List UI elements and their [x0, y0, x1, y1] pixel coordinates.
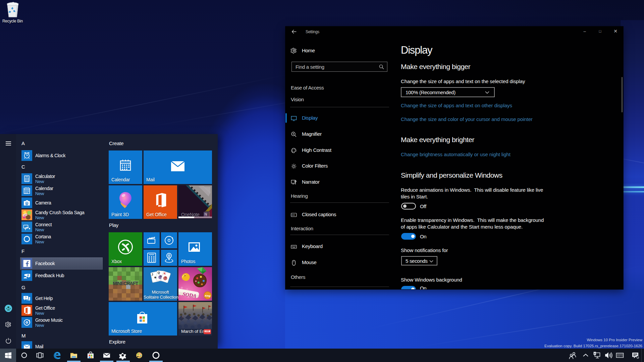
svg-text:?: ?	[25, 296, 26, 299]
svg-text:CC: CC	[292, 214, 295, 216]
svg-text:N: N	[204, 212, 207, 216]
svg-text:King: King	[205, 294, 211, 297]
svg-text:CARD: CARD	[205, 330, 210, 332]
